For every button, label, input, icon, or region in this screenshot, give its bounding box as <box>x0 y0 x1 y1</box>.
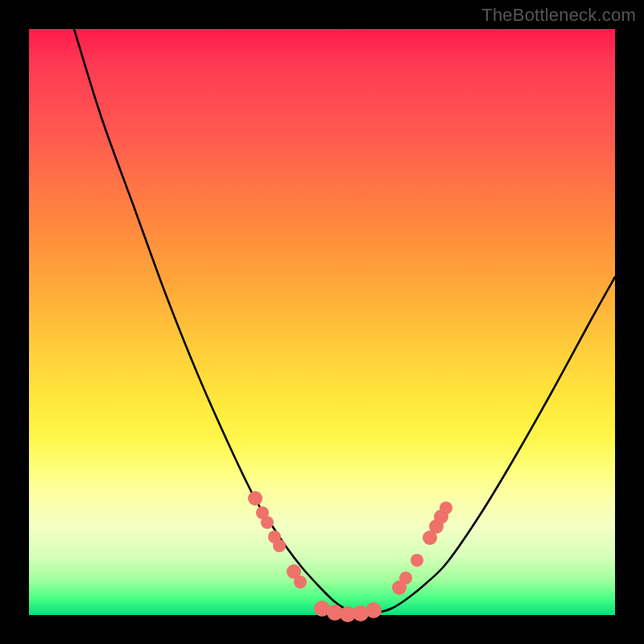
bottleneck-curve <box>74 29 615 614</box>
curve-marker <box>294 576 307 588</box>
curve-svg <box>29 29 615 615</box>
chart-frame: TheBottleneck.com <box>0 0 644 644</box>
plot-area <box>29 29 615 615</box>
curve-marker <box>273 539 286 552</box>
curve-marker <box>411 554 423 567</box>
curve-marker <box>440 502 452 514</box>
curve-marker <box>365 602 382 618</box>
curve-marker <box>399 572 412 584</box>
curve-marker <box>248 491 262 506</box>
curve-marker <box>261 516 274 529</box>
watermark-text: TheBottleneck.com <box>481 5 636 26</box>
curve-markers <box>248 491 452 622</box>
